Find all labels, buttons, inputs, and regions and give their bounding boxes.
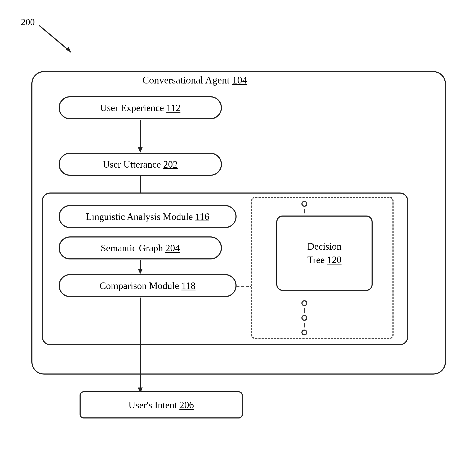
- ref-arrow-200: [39, 25, 81, 59]
- user-experience-pill: User Experience 112: [59, 96, 222, 119]
- users-intent-box: User's Intent 206: [80, 391, 243, 419]
- arrow-ux-to-utterance: [134, 120, 147, 155]
- svg-marker-1: [66, 47, 71, 52]
- comparison-module-pill: Comparison Module 118: [59, 274, 237, 297]
- ref-number-200: 200: [21, 17, 35, 27]
- arrow-comparison-to-intent: [134, 298, 147, 396]
- conversational-agent-label: Conversational Agent 104: [142, 74, 247, 86]
- user-utterance-pill: User Utterance 202: [59, 153, 222, 176]
- decision-tree-box: DecisionTree 120: [276, 216, 373, 291]
- linguistic-analysis-pill: Linguistic Analysis Module 116: [59, 205, 237, 228]
- bottom-node-icon: [301, 300, 307, 336]
- semantic-graph-pill: Semantic Graph 204: [59, 236, 222, 259]
- svg-marker-3: [138, 147, 143, 153]
- svg-line-0: [39, 25, 71, 52]
- svg-marker-7: [138, 269, 143, 274]
- decision-tree-ref: 120: [327, 254, 342, 265]
